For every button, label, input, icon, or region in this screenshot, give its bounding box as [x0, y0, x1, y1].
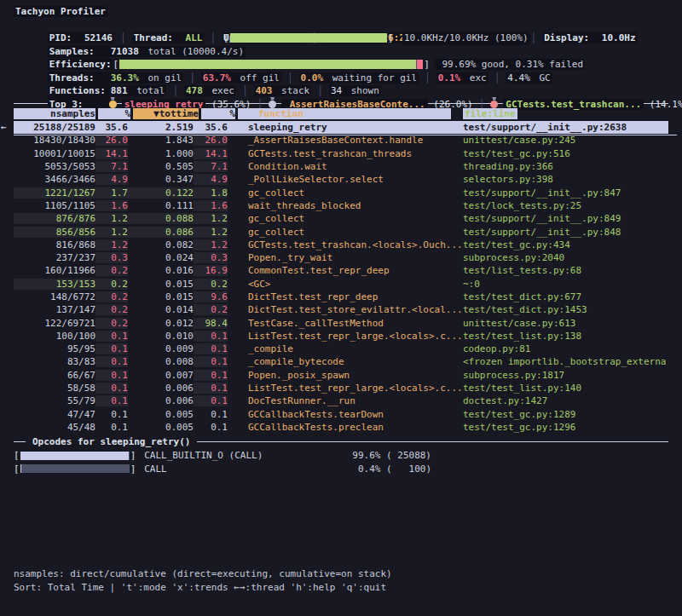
table-row[interactable]: ← 122/69721 0.2 0.012 98.4 TestCase._cal… — [14, 316, 668, 329]
table-header-row: nsamples % ▼tottime % function file:line — [14, 107, 668, 121]
cell-cumpercent: 7.1 — [194, 161, 228, 172]
cell-fileline: test/test_gc.py:434 — [463, 239, 668, 250]
cell-nsamples: 58/58 — [14, 383, 95, 394]
functions-line: Functions:881 total│478 exec│403 stack│3… — [14, 72, 668, 85]
table-row[interactable]: ← 237/237 0.3 0.024 0.3 Popen._try_wait … — [14, 251, 668, 264]
table-row[interactable]: ← 137/147 0.2 0.014 0.2 DictTest.test_st… — [14, 303, 668, 316]
cell-tottime: 0.009 — [128, 343, 194, 354]
cell-fileline: unittest/case.py:613 — [463, 318, 668, 329]
cell-nsamples: 876/876 — [14, 213, 95, 224]
opcode-row: [] CALL 0.4% ( 100) — [14, 462, 668, 475]
cell-percent: 14.1 — [95, 148, 128, 159]
cell-nsamples: 160/11966 — [14, 265, 95, 276]
table-row[interactable]: ← 18430/18430 26.0 1.843 26.0 _AssertRai… — [14, 134, 668, 147]
column-header-fileline[interactable]: file:line — [463, 108, 668, 119]
cell-fileline: doctest.py:1427 — [463, 395, 668, 406]
samples-rate: 10.0KHz/10.0KHz (100%) — [402, 32, 530, 45]
cell-nsamples: 1105/1105 — [14, 200, 95, 211]
table-row[interactable]: ← 153/153 0.2 0.015 0.2 <GC> ~:0 — [14, 278, 668, 291]
opcode-name: CALL — [144, 463, 167, 475]
table-row[interactable]: ← 856/856 1.2 0.086 1.2 gc_collect test/… — [14, 225, 668, 238]
table-row[interactable]: ← 3466/3466 4.9 0.347 4.9 _PollLikeSelec… — [14, 173, 668, 186]
cell-cumpercent: 0.2 — [194, 279, 228, 290]
cell-function: DocTestRunner.__run — [228, 395, 463, 406]
column-header-function[interactable]: function — [238, 108, 463, 119]
cell-function: gc_collect — [228, 227, 463, 238]
cell-nsamples: 66/67 — [14, 370, 95, 381]
cell-nsamples: 10001/10015 — [14, 148, 95, 159]
cell-nsamples: 55/79 — [14, 395, 95, 406]
cell-tottime: 0.014 — [128, 304, 194, 315]
cell-fileline: test/test_dict.py:1453 — [463, 304, 668, 315]
cell-percent: 0.1 — [95, 331, 128, 342]
table-row[interactable]: ← 95/95 0.1 0.009 0.1 _compile codeop.py… — [14, 343, 668, 355]
cell-cumpercent: 0.1 — [194, 331, 228, 342]
cell-tottime: 1.000 — [128, 148, 194, 159]
threads-line: Threads:36.3% on gil│63.7% off gil│0.0% … — [14, 58, 668, 72]
cell-function: wait_threads_blocked — [228, 200, 463, 211]
cell-percent: 0.2 — [95, 265, 128, 276]
cell-tottime: 0.012 — [128, 318, 194, 329]
cell-fileline: test/lock_tests.py:25 — [463, 200, 668, 211]
cell-percent: 0.1 — [95, 343, 128, 354]
table-row[interactable]: ← 10001/10015 14.1 1.000 14.1 GCTests.te… — [14, 147, 668, 160]
opcode-bar-list: [] CALL_BUILTIN_O (CALL) 99.6% ( 25088) … — [14, 449, 668, 476]
cell-nsamples: 100/100 — [14, 331, 95, 342]
cell-fileline: threading.py:366 — [463, 161, 668, 172]
cell-nsamples: 237/237 — [14, 252, 95, 263]
table-row[interactable]: ← 876/876 1.2 0.088 1.2 gc_collect test/… — [14, 212, 668, 225]
opcodes-title: Opcodes for sleeping_retry() — [32, 436, 190, 447]
cell-function: GCTests.test_trashcan_threads — [228, 148, 463, 159]
table-row[interactable]: ← 816/868 1.2 0.082 1.2 GCTests.test_tra… — [14, 239, 668, 251]
cell-tottime: 0.005 — [128, 422, 194, 433]
cell-function: GCCallbackTests.preclean — [228, 422, 463, 433]
table-row[interactable]: ← 55/79 0.1 0.006 0.1 DocTestRunner.__ru… — [14, 394, 668, 407]
table-row[interactable]: ← 160/11966 0.2 0.016 16.9 CommonTest.te… — [14, 264, 668, 277]
table-row[interactable]: ← 58/58 0.1 0.006 0.1 ListTest.test_repr… — [14, 382, 668, 394]
cell-percent: 0.2 — [95, 304, 128, 315]
cell-fileline: test/list_tests.py:68 — [463, 265, 668, 276]
cell-tottime: 0.007 — [128, 370, 194, 381]
cell-fileline: unittest/case.py:245 — [463, 135, 668, 146]
column-header-nsamples[interactable]: nsamples — [14, 108, 98, 119]
cell-nsamples: 1221/1267 — [14, 187, 95, 199]
table-row[interactable]: ← 100/100 0.1 0.010 0.1 ListTest.test_re… — [14, 330, 668, 343]
column-header-tottime-sorted[interactable]: ▼tottime — [133, 108, 201, 119]
cell-function: sleeping_retry — [228, 122, 463, 133]
table-row[interactable]: ← 83/83 0.1 0.008 0.1 _compile_bytecode … — [14, 355, 668, 368]
cell-function: DictTest.test_repr_deep — [228, 291, 463, 302]
table-row[interactable]: ← 45/48 0.1 0.005 0.1 GCCallbackTests.pr… — [14, 421, 668, 434]
samples-line: Samples:71038 total (10000.4/s) [] 10.0K… — [14, 32, 668, 45]
opcode-bar-track — [20, 464, 130, 473]
cell-nsamples: 25188/25189 — [14, 122, 95, 133]
cell-percent: 0.1 — [95, 422, 128, 433]
table-row[interactable]: ← 47/47 0.1 0.005 0.1 GCCallbackTests.te… — [14, 408, 668, 421]
cell-function: TestCase._callTestMethod — [228, 318, 463, 329]
table-row[interactable]: ← 1105/1105 1.6 0.111 1.6 wait_threads_b… — [14, 199, 668, 212]
cell-percent: 0.1 — [95, 383, 128, 394]
samples-bar: [] — [223, 32, 393, 45]
table-row[interactable]: ← 148/6772 0.2 0.015 9.6 DictTest.test_r… — [14, 291, 668, 303]
column-header-percent[interactable]: % — [98, 108, 133, 119]
table-row[interactable]: ← 25188/25189 35.6 2.519 35.6 sleeping_r… — [14, 121, 668, 134]
cell-cumpercent: 1.8 — [194, 187, 228, 199]
cell-percent: 1.2 — [95, 213, 128, 224]
cell-percent: 1.2 — [95, 227, 128, 238]
opcodes-rule-right — [197, 441, 668, 442]
column-header-cumpercent[interactable]: % — [201, 108, 238, 119]
cell-fileline: subprocess.py:1817 — [463, 370, 668, 381]
cell-percent: 7.1 — [95, 161, 128, 172]
cell-tottime: 0.111 — [128, 200, 194, 211]
cell-nsamples: 816/868 — [14, 239, 95, 250]
cell-nsamples: 122/69721 — [14, 318, 95, 329]
table-row[interactable]: ← 5053/5053 7.1 0.505 7.1 Condition.wait… — [14, 160, 668, 173]
top3-line: Top 3:sleeping_retry (35.6%)│_AssertRais… — [14, 84, 668, 98]
opcode-percent: 99.6% ( 25088) — [269, 450, 431, 461]
cell-cumpercent: 98.4 — [194, 318, 228, 329]
cell-fileline: codeop.py:81 — [463, 343, 668, 354]
cell-percent: 0.1 — [95, 370, 128, 381]
table-row[interactable]: ← 1221/1267 1.7 0.122 1.8 gc_collect tes… — [14, 186, 668, 199]
table-row[interactable]: ← 66/67 0.1 0.007 0.1 Popen._posix_spawn… — [14, 369, 668, 382]
cell-cumpercent: 1.2 — [194, 227, 228, 238]
cell-cumpercent: 0.1 — [194, 343, 228, 354]
